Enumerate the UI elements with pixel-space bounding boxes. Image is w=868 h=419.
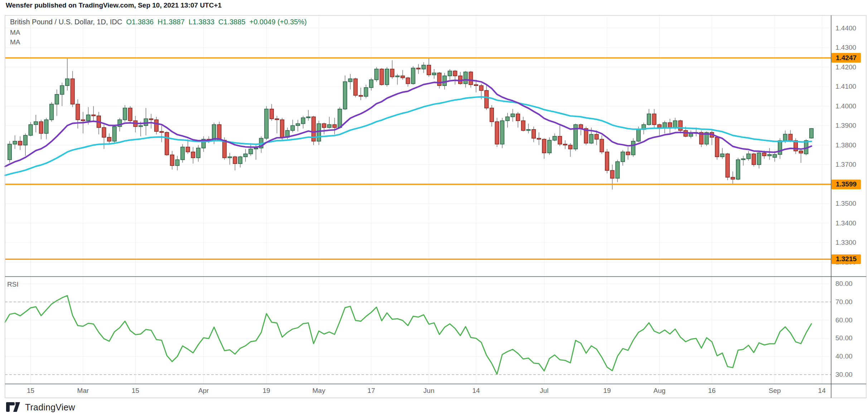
time-axis-label: 14 (818, 387, 826, 395)
price-axis-label: 1.4100 (835, 83, 856, 91)
legend-change: +0.0049 (+0.35%) (249, 18, 307, 26)
legend-low: L1.3833 (189, 18, 214, 26)
legend-open: O1.3836 (126, 18, 154, 26)
time-axis-label: Apr (198, 387, 209, 395)
time-axis-label: Sep (769, 387, 781, 395)
rsi-axis-label: 80.00 (835, 280, 853, 288)
time-axis-label: Jul (540, 387, 548, 395)
price-axis-label: 1.4000 (835, 102, 856, 110)
rsi-axis-label: 70.00 (835, 298, 853, 306)
price-level-badge: 1.3215 (831, 254, 861, 264)
rsi-axis-label: 40.00 (835, 352, 853, 360)
price-axis-label: 1.3700 (835, 161, 856, 169)
ma-fast-legend: MA (10, 29, 20, 36)
price-axis-label: 1.3900 (835, 122, 856, 130)
price-axis-label: 1.4400 (835, 24, 856, 32)
price-axis-label: 1.3500 (835, 200, 856, 208)
legend-high: H1.3887 (157, 18, 185, 26)
tradingview-logo-icon (6, 401, 21, 413)
time-axis-label: 19 (263, 387, 270, 395)
rsi-axis-label: 50.00 (835, 334, 853, 342)
time-axis-label: 15 (132, 387, 139, 395)
symbol-legend: British Pound / U.S. Dollar, 1D, IDC O1.… (10, 18, 307, 26)
price-axis-label: 1.3400 (835, 219, 856, 227)
time-axis-label: 14 (472, 387, 480, 395)
tradingview-logo-text: TradingView (25, 402, 75, 413)
price-level-badge: 1.3599 (831, 180, 861, 189)
chart-surface[interactable] (0, 0, 868, 419)
time-axis-label: 17 (368, 387, 375, 395)
moving-averages-layer (5, 80, 811, 175)
symbol-title: British Pound / U.S. Dollar, 1D, IDC (10, 18, 122, 26)
tradingview-footer[interactable]: TradingView (6, 401, 75, 413)
price-axis-label: 1.3300 (835, 239, 856, 247)
time-axis-label: 19 (603, 387, 611, 395)
time-axis-label: Aug (653, 387, 665, 395)
time-axis-label: Jun (423, 387, 435, 395)
price-axis-label: 1.4200 (835, 63, 856, 71)
price-axis-label: 1.3800 (835, 141, 856, 149)
rsi-axis-label: 60.00 (835, 316, 853, 324)
rsi-line (5, 296, 811, 374)
ma-slow-legend: MA (10, 38, 20, 46)
time-axis-label: Mar (77, 387, 89, 395)
price-level-lines (5, 58, 831, 259)
legend-close: C1.3885 (218, 18, 246, 26)
rsi-legend: RSI (7, 281, 19, 288)
price-axis-label: 1.4300 (835, 44, 856, 52)
rsi-axis-label: 30.00 (835, 371, 853, 379)
ma-fast-line (5, 80, 811, 167)
time-axis-label: 15 (27, 387, 34, 395)
time-axis-label: May (312, 387, 325, 395)
price-level-badge: 1.4247 (831, 53, 861, 63)
tradingview-published-chart: Wensfer published on TradingView.com, Se… (0, 0, 868, 419)
time-axis-label: 16 (708, 387, 716, 395)
